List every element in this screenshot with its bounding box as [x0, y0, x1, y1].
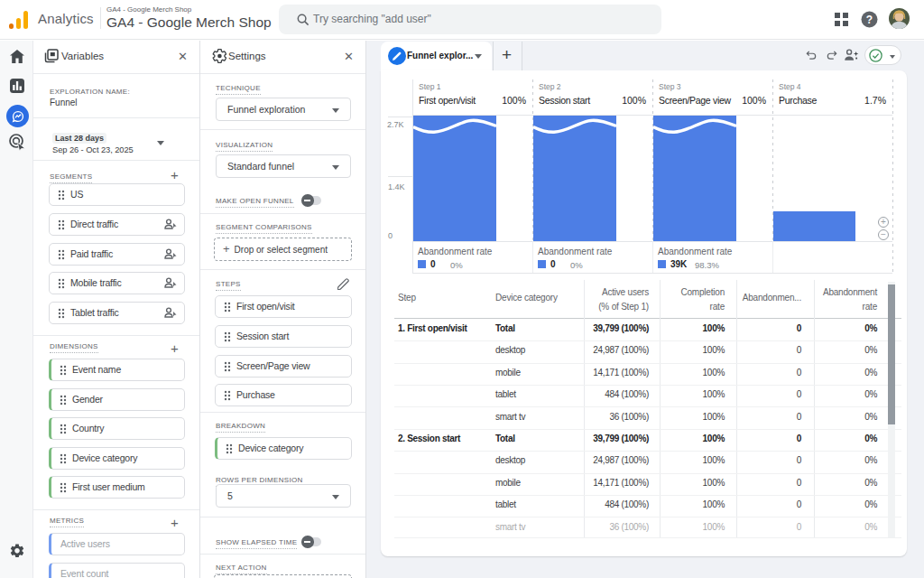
svg-text:?: ?: [866, 14, 873, 26]
